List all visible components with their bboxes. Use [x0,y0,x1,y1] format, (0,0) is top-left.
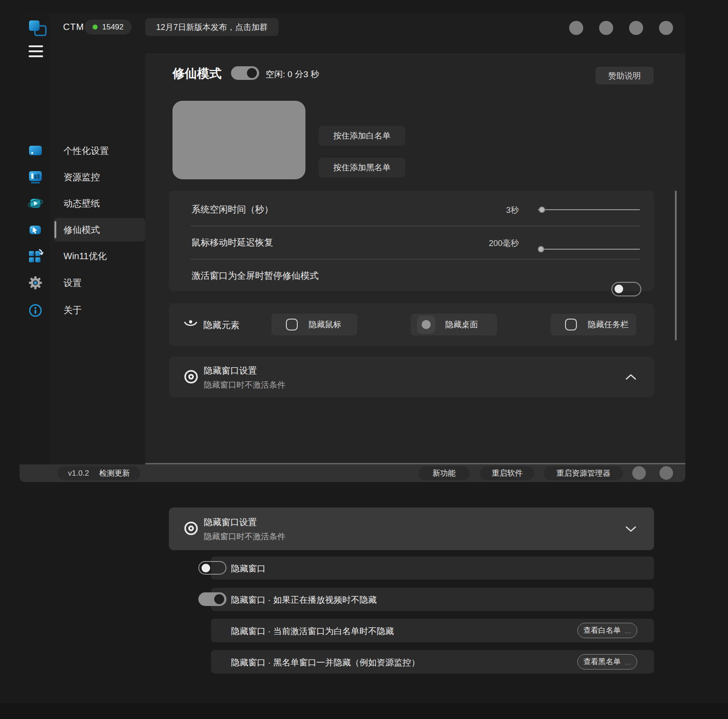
hide-mouse-option[interactable]: 隐藏鼠标 [271,314,357,335]
app-window: CTM 15492 12月7日新版本发布，点击加群 [20,14,685,482]
idle-seconds-value: 3秒 [441,205,519,216]
eye-icon [183,520,199,538]
chevron-down-icon[interactable] [625,526,637,534]
checked-dot-icon[interactable] [417,315,435,334]
sidebar-item-win11-optimize[interactable]: Win11优化 [54,244,145,268]
preview-placeholder [172,101,305,179]
hide-desktop-option[interactable]: 隐藏桌面 [411,314,497,335]
slider-knob[interactable] [538,246,544,252]
blacklist-hide-together-row: 隐藏窗口 · 黑名单窗口一并隐藏（例如资源监控） 查看黑名单 … [211,650,654,674]
hide-window-row: 隐藏窗口 [211,556,654,580]
toggle-knob [615,285,623,293]
window-controls [569,21,673,35]
info-icon[interactable] [27,302,44,319]
hide-elements-title: 隐藏元素 [203,319,240,331]
chevron-up-icon[interactable] [625,374,637,382]
footer-control-1[interactable] [632,466,646,480]
win11-refresh-icon[interactable] [27,248,44,264]
version-update-pill[interactable]: v1.0.2 检测更新 [58,466,140,480]
wallpaper-play-icon[interactable] [27,195,44,212]
toggle-knob [247,68,257,78]
sidebar-item-dynamic-wallpaper[interactable]: 动态壁纸 [54,192,145,215]
timing-settings-card: 系统空闲时间（秒） 3秒 鼠标移动时延迟恢复 200毫秒 激活窗口为全屏时暂停修… [169,191,654,291]
row-label: 隐藏窗口 · 如果正在播放视频时不隐藏 [231,594,377,606]
mouse-delay-value: 200毫秒 [441,238,519,249]
mouse-delay-label: 鼠标移动时延迟恢复 [192,236,273,249]
option-label: 隐藏任务栏 [588,319,629,330]
restart-explorer-button[interactable]: 重启资源管理器 [544,466,623,480]
section-title: 隐藏窗口设置 [204,516,257,528]
whitelist-no-hide-row: 隐藏窗口 · 当前激活窗口为白名单时不隐藏 查看白名单 … [211,619,654,642]
idle-time-label: 空闲: 0 分3 秒 [266,69,319,80]
checkbox-icon[interactable] [565,319,577,330]
bottom-strip [0,703,728,719]
page-title: 修仙模式 [172,65,221,82]
no-hide-while-video-toggle[interactable] [198,592,226,606]
vertical-scrollbar[interactable] [675,191,677,340]
mouse-delay-slider[interactable] [538,246,640,252]
slider-track [538,209,640,210]
section-subtitle: 隐藏窗口时不激活条件 [204,531,285,542]
restart-app-button[interactable]: 重启软件 [480,466,534,480]
slider-knob[interactable] [539,207,545,213]
add-whitelist-button[interactable]: 按住添加白名单 [319,126,405,146]
section-subtitle: 隐藏窗口时不激活条件 [204,379,285,390]
version-label: v1.0.2 [68,469,89,478]
online-count-badge: 15492 [84,20,132,34]
popup-hide-window-header[interactable]: 隐藏窗口设置 隐藏窗口时不激活条件 [169,507,654,550]
app-logo-icon [28,19,49,40]
sidebar-item-personalization[interactable]: 个性化设置 [54,139,145,163]
no-hide-while-video-row: 隐藏窗口 · 如果正在播放视频时不隐藏 [211,588,654,611]
hide-window-settings-card[interactable]: 隐藏窗口设置 隐藏窗口时不激活条件 [169,357,654,397]
footer-control-2[interactable] [659,466,673,480]
check-update-link[interactable]: 检测更新 [99,468,130,478]
eye-icon [183,369,199,387]
sidebar-icon-rail [20,14,50,464]
row-divider [191,226,640,227]
checkbox-icon[interactable] [286,319,298,330]
fullscreen-pause-toggle[interactable] [611,282,641,296]
sidebar-item-label: Win11优化 [64,250,107,262]
gear-icon[interactable] [27,275,44,291]
button-label: 查看白名单 [583,625,621,635]
sidebar-item-label: 修仙模式 [64,224,100,236]
hamburger-menu-icon[interactable] [29,45,43,57]
idle-seconds-slider[interactable] [538,207,640,213]
monitor-chart-icon[interactable] [27,169,44,185]
display-icon[interactable] [27,143,44,159]
hide-window-toggle[interactable] [198,561,226,575]
app-name: CTM [63,22,84,32]
window-control-2[interactable] [599,21,613,35]
notice-banner[interactable]: 12月7日新版本发布，点击加群 [145,18,279,36]
sidebar-item-label: 资源监控 [64,171,100,183]
wink-eye-icon [183,318,198,332]
view-blacklist-button[interactable]: 查看黑名单 … [577,654,637,670]
sidebar-item-settings[interactable]: 设置 [54,271,145,295]
cursor-icon[interactable] [27,222,44,238]
sponsor-button[interactable]: 赞助说明 [595,67,654,84]
sidebar-item-resource-monitor[interactable]: 资源监控 [54,165,145,189]
option-label: 隐藏鼠标 [309,319,341,330]
sidebar-item-label: 个性化设置 [64,145,109,157]
section-title: 隐藏窗口设置 [204,364,257,377]
hide-taskbar-option[interactable]: 隐藏任务栏 [551,314,636,335]
sidebar-item-label: 设置 [64,277,82,289]
add-blacklist-button[interactable]: 按住添加黑名单 [319,158,405,177]
slider-track [538,249,640,250]
sidebar-item-xiuxian-mode[interactable]: 修仙模式 [54,218,145,241]
view-whitelist-button[interactable]: 查看白名单 … [577,623,637,638]
notice-text: 12月7日新版本发布，点击加群 [156,22,268,33]
window-control-3[interactable] [629,21,643,35]
sidebar-item-about[interactable]: 关于 [54,298,145,322]
row-divider [191,259,640,260]
fullscreen-pause-label: 激活窗口为全屏时暂停修仙模式 [192,270,319,282]
row-label: 隐藏窗口 · 黑名单窗口一并隐藏（例如资源监控） [231,657,420,669]
selected-item-accent-bar [54,221,56,238]
window-control-1[interactable] [569,21,583,35]
screen: CTM 15492 12月7日新版本发布，点击加群 [0,0,728,719]
window-control-4[interactable] [659,21,673,35]
ellipsis-icon: … [625,658,631,666]
new-features-button[interactable]: 新功能 [418,466,470,480]
status-dot-icon [93,25,98,30]
mode-master-toggle[interactable] [231,66,259,80]
